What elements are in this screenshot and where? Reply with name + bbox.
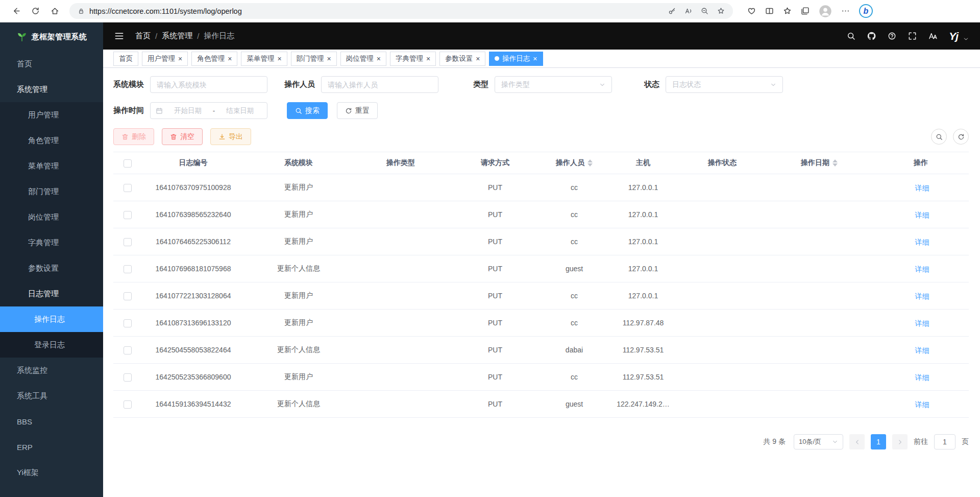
password-key-icon[interactable] bbox=[668, 7, 676, 15]
fullscreen-icon[interactable] bbox=[908, 32, 917, 40]
column-operator[interactable]: 操作人员 bbox=[541, 152, 607, 174]
github-icon[interactable] bbox=[867, 32, 876, 40]
tab-dept-mgmt[interactable]: 部门管理× bbox=[291, 52, 337, 66]
sidebar-item-system-mgmt[interactable]: 系统管理 bbox=[0, 77, 103, 102]
sidebar-item-login-log[interactable]: 登录日志 bbox=[0, 332, 103, 358]
browser-url-bar[interactable]: https://ccnetcore.com:1101/system/log/op… bbox=[69, 3, 733, 19]
help-icon[interactable] bbox=[888, 32, 896, 40]
add-favorite-icon[interactable] bbox=[717, 7, 725, 15]
read-aloud-icon[interactable] bbox=[684, 7, 692, 15]
detail-link[interactable]: 详细 bbox=[913, 238, 929, 247]
zoom-out-icon[interactable] bbox=[701, 7, 708, 15]
clear-button[interactable]: 清空 bbox=[162, 128, 203, 145]
sidebar-item-post-mgmt[interactable]: 岗位管理 bbox=[0, 204, 103, 230]
reset-button[interactable]: 重置 bbox=[337, 102, 378, 119]
detail-link[interactable]: 详细 bbox=[913, 292, 929, 301]
select-all-checkbox[interactable] bbox=[124, 159, 132, 168]
header-search-icon[interactable] bbox=[847, 32, 855, 40]
next-page-button[interactable] bbox=[892, 434, 908, 449]
tab-oper-log[interactable]: 操作日志× bbox=[489, 52, 543, 66]
prev-page-button[interactable] bbox=[849, 434, 865, 449]
sidebar-item-system-monitor[interactable]: 系统监控 bbox=[0, 358, 103, 383]
delete-button[interactable]: 删除 bbox=[113, 128, 154, 145]
tab-role-mgmt[interactable]: 角色管理× bbox=[191, 52, 237, 66]
row-checkbox[interactable] bbox=[124, 346, 132, 354]
search-button[interactable]: 搜索 bbox=[287, 102, 328, 119]
row-checkbox[interactable] bbox=[124, 238, 132, 246]
sidebar-item-dict-mgmt[interactable]: 字典管理 bbox=[0, 230, 103, 255]
browser-home-button[interactable] bbox=[46, 3, 63, 20]
tab-close-icon[interactable]: × bbox=[426, 55, 430, 62]
sidebar-item-bbs[interactable]: BBS bbox=[0, 409, 103, 434]
favorites-icon[interactable] bbox=[783, 7, 792, 15]
page-size-select[interactable]: 10条/页 bbox=[794, 434, 843, 449]
export-button[interactable]: 导出 bbox=[210, 128, 251, 145]
sidebar-item-yi-framework[interactable]: Yi框架 bbox=[0, 460, 103, 485]
sidebar-item-erp[interactable]: ERP bbox=[0, 434, 103, 460]
row-checkbox[interactable] bbox=[124, 373, 132, 382]
row-checkbox[interactable] bbox=[124, 184, 132, 192]
sort-carets-icon[interactable] bbox=[587, 159, 593, 167]
operator-input[interactable] bbox=[321, 76, 438, 93]
detail-link[interactable]: 详细 bbox=[913, 373, 929, 383]
tab-close-icon[interactable]: × bbox=[228, 55, 232, 62]
tab-post-mgmt[interactable]: 岗位管理× bbox=[340, 52, 386, 66]
bing-icon[interactable]: b bbox=[859, 4, 873, 18]
row-checkbox[interactable] bbox=[124, 211, 132, 219]
tab-close-icon[interactable]: × bbox=[178, 55, 182, 62]
breadcrumb-system-mgmt[interactable]: 系统管理 bbox=[162, 31, 192, 41]
browser-essentials-icon[interactable] bbox=[747, 7, 756, 15]
tab-home[interactable]: 首页 bbox=[113, 52, 138, 66]
tab-dict-mgmt[interactable]: 字典管理× bbox=[390, 52, 436, 66]
browser-menu-icon[interactable] bbox=[841, 7, 850, 15]
module-input[interactable] bbox=[150, 76, 267, 93]
sort-carets-icon[interactable] bbox=[832, 159, 838, 167]
tab-close-icon[interactable]: × bbox=[533, 55, 537, 62]
tab-param-settings[interactable]: 参数设置× bbox=[439, 52, 485, 66]
page-number-1[interactable]: 1 bbox=[871, 434, 886, 449]
user-menu-caret-icon[interactable] bbox=[963, 36, 969, 42]
avatar[interactable] bbox=[819, 5, 832, 18]
date-range-picker[interactable]: 开始日期 - 结束日期 bbox=[150, 102, 267, 119]
detail-link[interactable]: 详细 bbox=[913, 400, 929, 410]
sidebar-item-dept-mgmt[interactable]: 部门管理 bbox=[0, 179, 103, 204]
row-checkbox[interactable] bbox=[124, 265, 132, 273]
tab-menu-mgmt[interactable]: 菜单管理× bbox=[241, 52, 287, 66]
type-select[interactable]: 操作类型 bbox=[495, 76, 612, 93]
sidebar-item-user-mgmt[interactable]: 用户管理 bbox=[0, 102, 103, 128]
show-search-button[interactable] bbox=[931, 129, 947, 145]
detail-link[interactable]: 详细 bbox=[913, 184, 929, 193]
url-text[interactable]: https://ccnetcore.com:1101/system/log/op… bbox=[89, 7, 664, 15]
row-checkbox[interactable] bbox=[124, 400, 132, 409]
goto-page-input[interactable] bbox=[934, 434, 955, 449]
status-select[interactable]: 日志状态 bbox=[666, 76, 783, 93]
column-date[interactable]: 操作日期 bbox=[766, 152, 873, 174]
sidebar-item-param-settings[interactable]: 参数设置 bbox=[0, 255, 103, 281]
detail-link[interactable]: 详细 bbox=[913, 265, 929, 274]
tab-close-icon[interactable]: × bbox=[476, 55, 480, 62]
sidebar-item-system-tools[interactable]: 系统工具 bbox=[0, 383, 103, 409]
tab-close-icon[interactable]: × bbox=[327, 55, 331, 62]
tab-close-icon[interactable]: × bbox=[277, 55, 281, 62]
tab-close-icon[interactable]: × bbox=[377, 55, 381, 62]
refresh-table-button[interactable] bbox=[953, 129, 969, 145]
sidebar-item-role-mgmt[interactable]: 角色管理 bbox=[0, 128, 103, 153]
browser-back-button[interactable] bbox=[7, 3, 24, 20]
detail-link[interactable]: 详细 bbox=[913, 319, 929, 328]
detail-link[interactable]: 详细 bbox=[913, 211, 929, 220]
collections-icon[interactable] bbox=[801, 7, 810, 15]
sidebar-item-log-mgmt[interactable]: 日志管理 bbox=[0, 281, 103, 306]
breadcrumb-home[interactable]: 首页 bbox=[135, 31, 151, 41]
browser-refresh-button[interactable] bbox=[27, 3, 44, 20]
split-screen-icon[interactable] bbox=[765, 7, 774, 15]
sidebar-item-menu-mgmt[interactable]: 菜单管理 bbox=[0, 153, 103, 179]
row-checkbox[interactable] bbox=[124, 292, 132, 300]
sidebar-item-home[interactable]: 首页 bbox=[0, 51, 103, 77]
sidebar-item-oper-log[interactable]: 操作日志 bbox=[0, 306, 103, 332]
font-size-icon[interactable] bbox=[928, 32, 937, 40]
tab-user-mgmt[interactable]: 用户管理× bbox=[142, 52, 188, 66]
detail-link[interactable]: 详细 bbox=[913, 346, 929, 356]
row-checkbox[interactable] bbox=[124, 319, 132, 327]
hamburger-icon[interactable] bbox=[114, 31, 124, 41]
user-logo[interactable]: Yj bbox=[949, 30, 958, 42]
